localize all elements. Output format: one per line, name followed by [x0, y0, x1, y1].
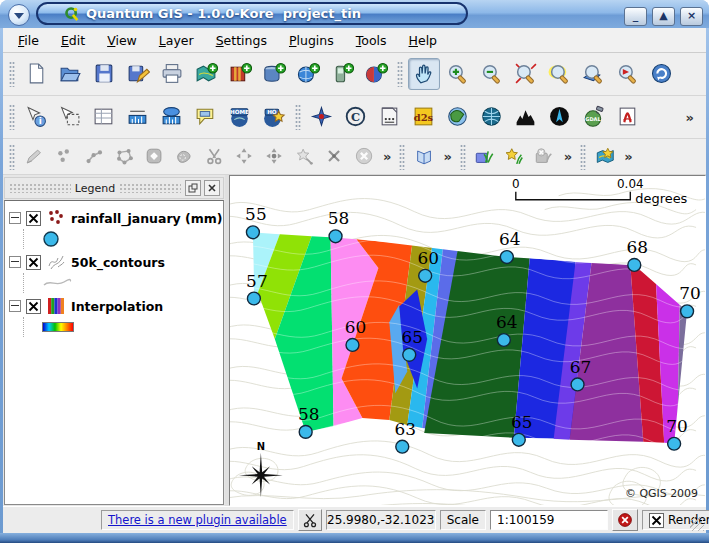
- legend-float-button[interactable]: [185, 180, 201, 196]
- zoom-last-button[interactable]: [612, 58, 644, 90]
- toggle-editing-button[interactable]: [20, 143, 48, 171]
- measure-area-button[interactable]: [156, 101, 188, 133]
- coordinate-display: 25.9980,-32.1023: [326, 510, 436, 530]
- add-gpx-layer-button[interactable]: [326, 58, 358, 90]
- add-raster-layer-button[interactable]: [224, 58, 256, 90]
- menu-layer[interactable]: Layer: [148, 30, 205, 51]
- capture-point-button[interactable]: [50, 143, 78, 171]
- add-postgis-layer-button[interactable]: [258, 58, 290, 90]
- delete-vertex-button[interactable]: [320, 143, 348, 171]
- minimize-button[interactable]: _: [624, 7, 647, 26]
- scale-bar-plugin-button[interactable]: [374, 101, 406, 133]
- gdal-tools-button[interactable]: GDAL: [578, 101, 610, 133]
- toolbar-overflow-button[interactable]: »: [439, 149, 455, 164]
- menu-settings[interactable]: Settings: [205, 30, 278, 51]
- stop-render-button[interactable]: [612, 509, 638, 531]
- menu-help[interactable]: Help: [398, 30, 449, 51]
- split-features-button[interactable]: [200, 143, 228, 171]
- raster-histogram-button[interactable]: [510, 101, 542, 133]
- menu-edit[interactable]: Edit: [50, 30, 96, 51]
- toolbar-overflow-button[interactable]: »: [560, 149, 576, 164]
- capture-polygon-button[interactable]: [110, 143, 138, 171]
- scale-input[interactable]: 1:100159: [490, 510, 608, 530]
- legend-tree: rainfall_january (mm)50k_contoursInterpo…: [4, 200, 224, 505]
- dxf2shp-converter-button[interactable]: d2s: [408, 101, 440, 133]
- grass-new-mapset-button[interactable]: [501, 143, 529, 171]
- grass-close-mapset-button[interactable]: [531, 143, 559, 171]
- map-overview-button[interactable]: [410, 143, 438, 171]
- identify-features-button[interactable]: i: [20, 101, 52, 133]
- menu-view[interactable]: View: [96, 30, 148, 51]
- save-project-as-button[interactable]: [122, 58, 154, 90]
- show-bookmarks-button[interactable]: HO: [258, 101, 290, 133]
- identify-features-icon: i: [24, 105, 48, 129]
- tree-collapse-icon[interactable]: [9, 256, 21, 268]
- rainfall-point: [681, 305, 694, 318]
- grass-tools-button[interactable]: [591, 143, 619, 171]
- toolbar-overflow-button[interactable]: »: [379, 149, 395, 164]
- legend-layer-row[interactable]: Interpolation: [9, 295, 223, 317]
- extents-toggle-button[interactable]: [298, 509, 322, 531]
- legend-close-button[interactable]: [204, 180, 220, 196]
- add-vector-layer-button[interactable]: [190, 58, 222, 90]
- menu-plugins[interactable]: Plugins: [278, 30, 345, 51]
- zoom-out-button[interactable]: [476, 58, 508, 90]
- rainfall-point-label: 60: [345, 317, 367, 337]
- north-arrow-plugin-button[interactable]: [544, 101, 576, 133]
- simplify-feature-button[interactable]: [290, 143, 318, 171]
- move-vertex-button[interactable]: [260, 143, 288, 171]
- add-ring-button[interactable]: [140, 143, 168, 171]
- menu-tools[interactable]: Tools: [345, 30, 398, 51]
- zoom-to-selection-button[interactable]: [544, 58, 576, 90]
- render-checkbox[interactable]: [649, 513, 664, 528]
- save-project-button[interactable]: [88, 58, 120, 90]
- measure-area-icon: [160, 105, 184, 129]
- layer-type-icon: [46, 209, 66, 227]
- refresh-map-button[interactable]: [646, 58, 678, 90]
- map-canvas[interactable]: 0 0.04 degrees N 55585760646870606564675…: [229, 175, 706, 506]
- title-bar[interactable]: Quantum GIS - 1.0.0-Kore project_tin _ ▲…: [0, 0, 709, 28]
- legend-layer-row[interactable]: rainfall_january (mm): [9, 207, 223, 229]
- capture-line-button[interactable]: [80, 143, 108, 171]
- toolbar-grip: [9, 144, 15, 170]
- add-wfs-layer-button[interactable]: [360, 58, 392, 90]
- new-plugin-link[interactable]: There is a new plugin available: [108, 513, 287, 527]
- open-attribute-table-button[interactable]: [88, 101, 120, 133]
- toolbar-overflow-button[interactable]: »: [620, 149, 636, 164]
- window-resize-grip[interactable]: [690, 517, 704, 531]
- zoom-to-layer-button[interactable]: [578, 58, 610, 90]
- tree-collapse-icon[interactable]: [9, 212, 21, 224]
- capture-polygon-icon: [114, 146, 135, 167]
- add-island-button[interactable]: [170, 143, 198, 171]
- zoom-in-button[interactable]: [442, 58, 474, 90]
- layer-visibility-checkbox[interactable]: [26, 211, 41, 226]
- pan-map-button[interactable]: [408, 58, 440, 90]
- copyright-label-button[interactable]: C: [340, 101, 372, 133]
- measure-line-button[interactable]: [122, 101, 154, 133]
- window-menu-button[interactable]: [8, 4, 30, 26]
- legend-layer-row[interactable]: 50k_contours: [9, 251, 223, 273]
- layer-visibility-checkbox[interactable]: [26, 299, 41, 314]
- pdf-export-button[interactable]: [612, 101, 644, 133]
- maximize-button[interactable]: ▲: [652, 7, 675, 26]
- map-tips-button[interactable]: [190, 101, 222, 133]
- annotation-tool-button[interactable]: [306, 101, 338, 133]
- grass-open-mapset-button[interactable]: [471, 143, 499, 171]
- layer-visibility-checkbox[interactable]: [26, 255, 41, 270]
- add-wms-layer-button[interactable]: [292, 58, 324, 90]
- delete-selected-button[interactable]: [350, 143, 378, 171]
- new-bookmark-button[interactable]: HOME: [224, 101, 256, 133]
- tree-collapse-icon[interactable]: [9, 300, 21, 312]
- select-features-button[interactable]: [54, 101, 86, 133]
- menu-file[interactable]: File: [7, 30, 50, 51]
- open-project-button[interactable]: [54, 58, 86, 90]
- toolbar-overflow-button[interactable]: »: [682, 110, 698, 125]
- graticule-creator-button[interactable]: [476, 101, 508, 133]
- close-button[interactable]: ×: [680, 7, 703, 26]
- rainfall-point-label: 67: [570, 357, 592, 377]
- zoom-full-extent-button[interactable]: [510, 58, 542, 90]
- move-feature-button[interactable]: [230, 143, 258, 171]
- new-project-button[interactable]: [20, 58, 52, 90]
- georeferencer-button[interactable]: [442, 101, 474, 133]
- print-composer-button[interactable]: [156, 58, 188, 90]
